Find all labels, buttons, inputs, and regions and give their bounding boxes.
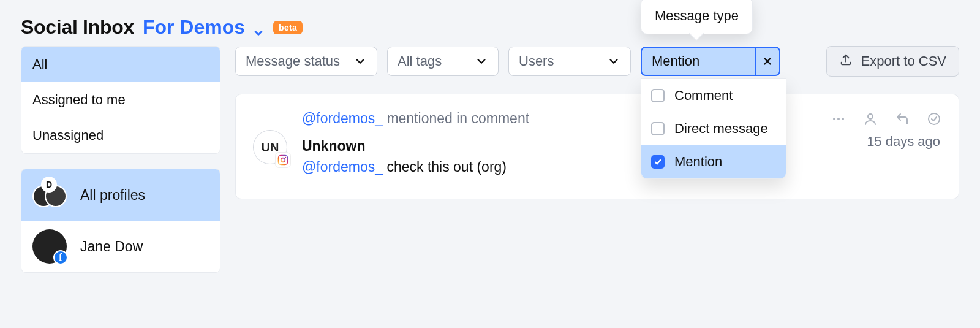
page-header: Social Inbox For Demos beta	[0, 0, 980, 46]
profile-item-jane[interactable]: f Jane Dow	[21, 221, 220, 272]
message-context: mentioned in comment	[386, 110, 529, 126]
avatar: f	[32, 229, 67, 264]
dropdown-option-comment[interactable]: Comment	[641, 79, 786, 112]
profile-item-all[interactable]: D All profiles	[21, 169, 220, 221]
more-icon[interactable]	[831, 112, 846, 126]
checkbox-checked-icon	[651, 155, 665, 169]
svg-point-6	[833, 118, 835, 120]
mention-handle[interactable]: @fordemos_	[302, 159, 383, 175]
message-text: check this out (org)	[386, 159, 507, 175]
svg-rect-3	[279, 156, 288, 165]
sidebar-item-label: Assigned to me	[32, 92, 126, 107]
option-label: Comment	[674, 88, 733, 104]
profile-list: D All profiles f Jane Dow	[21, 169, 221, 273]
cluster-badge: D	[41, 177, 57, 193]
svg-point-10	[929, 113, 940, 124]
assign-user-icon[interactable]	[863, 112, 878, 126]
filter-bar: Message status All tags Users Message ty…	[235, 46, 959, 77]
avatar-cluster: D	[32, 178, 67, 212]
page-title: Social Inbox	[21, 16, 134, 39]
inbox-filter-list: All Assigned to me Unassigned	[21, 46, 221, 154]
export-label: Export to CSV	[861, 53, 946, 69]
message-type-dropdown: Comment Direct message Mention	[641, 78, 786, 179]
profile-label: All profiles	[80, 187, 145, 204]
mention-handle[interactable]: @fordemos_	[302, 110, 383, 126]
dropdown-option-direct-message[interactable]: Direct message	[641, 112, 786, 145]
svg-point-5	[285, 157, 286, 158]
filter-users[interactable]: Users	[508, 47, 631, 76]
filter-label: Message status	[246, 53, 340, 69]
filter-label: Users	[519, 53, 554, 69]
profile-label: Jane Dow	[80, 238, 143, 255]
message-time: 15 days ago	[867, 134, 940, 150]
checkbox-unchecked-icon	[651, 89, 665, 102]
filter-message-status[interactable]: Message status	[235, 47, 377, 76]
facebook-icon: f	[53, 250, 68, 265]
filter-label: Mention	[652, 53, 746, 69]
chevron-down-icon	[607, 55, 620, 68]
option-label: Direct message	[674, 121, 768, 137]
workspace-name: For Demos	[143, 16, 245, 39]
svg-point-7	[837, 118, 840, 120]
checkbox-unchecked-icon	[651, 122, 665, 135]
beta-badge: beta	[273, 21, 303, 34]
option-label: Mention	[674, 154, 722, 170]
sidebar-item-all[interactable]: All	[21, 47, 220, 82]
export-csv-button[interactable]: Export to CSV	[826, 46, 959, 77]
workspace-picker[interactable]: For Demos	[143, 16, 265, 39]
sidebar-item-label: Unassigned	[32, 128, 104, 143]
mark-done-icon[interactable]	[927, 112, 941, 126]
svg-point-9	[868, 114, 873, 119]
sidebar-item-unassigned[interactable]: Unassigned	[21, 118, 220, 153]
sidebar-item-assigned[interactable]: Assigned to me	[21, 82, 220, 118]
message-card[interactable]: UN @fordemos_ mentioned in comment Unkno…	[235, 94, 959, 199]
clear-filter-button[interactable]	[755, 48, 779, 75]
message-avatar: UN	[253, 130, 287, 164]
tooltip-message-type: Message type	[641, 0, 753, 34]
sidebar-item-label: All	[32, 56, 47, 72]
filter-message-type[interactable]: Mention	[641, 47, 780, 76]
svg-point-8	[842, 118, 844, 120]
filter-label: All tags	[398, 53, 442, 69]
chevron-down-icon	[353, 55, 367, 68]
dropdown-option-mention[interactable]: Mention	[641, 145, 786, 178]
reply-icon[interactable]	[895, 112, 910, 126]
chevron-down-icon	[475, 55, 488, 68]
chevron-down-icon	[252, 21, 265, 34]
upload-icon	[839, 53, 853, 70]
message-actions	[831, 112, 941, 126]
instagram-icon	[275, 152, 291, 168]
svg-point-4	[281, 158, 285, 162]
filter-tags[interactable]: All tags	[387, 47, 499, 76]
